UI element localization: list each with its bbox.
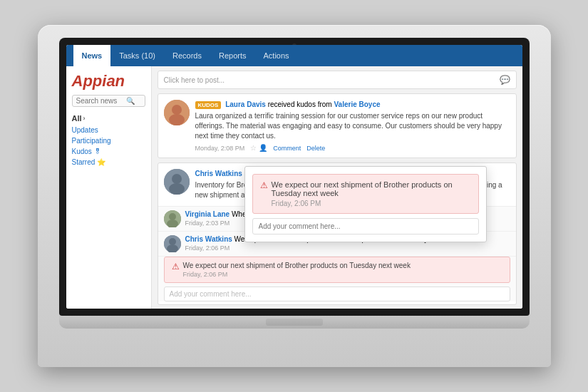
- author-name-chris: Chris Watkins: [195, 170, 242, 177]
- delete-action-kudos[interactable]: Delete: [306, 145, 325, 152]
- laptop-base: [59, 316, 530, 329]
- avatar-chris2: [164, 235, 181, 252]
- popup-error-icon: ⚠: [260, 180, 268, 190]
- popup-error-time: Friday, 2:06 PM: [272, 200, 471, 207]
- sidebar-item-starred[interactable]: Starred ⭐: [72, 158, 145, 166]
- search-input[interactable]: [76, 97, 126, 105]
- feed-content-kudos: KUDOS Laura Davis received kudos from Va…: [195, 100, 510, 152]
- kudos-badge: KUDOS: [195, 101, 222, 109]
- post-placeholder: Click here to post...: [164, 76, 225, 84]
- svg-point-10: [169, 238, 176, 245]
- tab-news[interactable]: News: [73, 45, 111, 66]
- appian-logo: Appian: [72, 73, 145, 89]
- author-name-valerie: Valerie Boyce: [334, 100, 380, 108]
- svg-point-4: [172, 174, 182, 184]
- error-icon: ⚠: [172, 262, 180, 272]
- search-box[interactable]: 🔍: [72, 95, 145, 107]
- feed-author-line-kudos: KUDOS Laura Davis received kudos from Va…: [195, 100, 510, 109]
- search-icon: 🔍: [126, 97, 135, 105]
- error-text-block: We expect our next shipment of Brother p…: [183, 262, 502, 278]
- received-text: received kudos from: [268, 100, 334, 108]
- app-container: News Tasks (10) Records Reports Actions …: [66, 45, 522, 309]
- tab-actions[interactable]: Actions: [255, 45, 298, 66]
- tab-reports[interactable]: Reports: [210, 45, 255, 66]
- svg-point-2: [169, 114, 185, 125]
- tab-tasks[interactable]: Tasks (10): [110, 45, 164, 66]
- comment-time-chris2: Friday, 2:06 PM: [185, 244, 510, 252]
- popup-error-text: We expect our next shipment of Brother p…: [272, 180, 453, 197]
- tab-records[interactable]: Records: [164, 45, 210, 66]
- popup-error-content: We expect our next shipment of Brother p…: [272, 180, 471, 207]
- comment-author-virginia: Virginia Lane: [185, 210, 230, 218]
- top-nav: News Tasks (10) Records Reports Actions: [66, 45, 522, 66]
- author-name-laura: Laura Davis: [225, 100, 266, 108]
- comment-action-kudos[interactable]: Comment: [273, 145, 301, 152]
- sidebar-item-participating[interactable]: Participating: [72, 137, 145, 145]
- screen-bezel: News Tasks (10) Records Reports Actions …: [59, 38, 530, 316]
- avatar-laura: [164, 100, 190, 125]
- laptop-shell: News Tasks (10) Records Reports Actions …: [38, 25, 551, 367]
- avatar-virginia: [164, 210, 181, 227]
- feed-item-kudos: KUDOS Laura Davis received kudos from Va…: [158, 93, 517, 158]
- sidebar-all[interactable]: All ›: [72, 114, 145, 123]
- sidebar-item-kudos[interactable]: Kudos 🎖: [72, 148, 145, 155]
- chevron-right-icon: ›: [83, 115, 86, 122]
- error-popup-overlay: ⚠ We expect our next shipment of Brother…: [244, 166, 487, 242]
- svg-point-7: [169, 213, 176, 220]
- comment-author-chris2: Chris Watkins: [185, 235, 232, 243]
- nav-tabs: News Tasks (10) Records Reports Actions: [73, 45, 298, 66]
- sidebar: Appian 🔍 All › Updates Participating Kud…: [66, 66, 152, 309]
- chat-icon: 💬: [500, 75, 510, 85]
- feed-item-header: KUDOS Laura Davis received kudos from Va…: [158, 94, 516, 158]
- feed-meta-kudos: Monday, 2:08 PM ☆ 👤 Comment Delete: [195, 144, 510, 152]
- popup-comment-input[interactable]: [252, 218, 479, 234]
- comment-input-inventory[interactable]: Add your comment here...: [164, 287, 510, 301]
- touchpad: [266, 319, 323, 326]
- avatar-chris: [164, 169, 190, 195]
- popup-error-block: ⚠ We expect our next shipment of Brother…: [252, 174, 479, 214]
- feed-text-kudos: Laura organized a terrific training sess…: [195, 111, 510, 141]
- svg-point-1: [172, 105, 182, 115]
- feed-area: Click here to post... 💬: [152, 66, 522, 309]
- error-time: Friday, 2:06 PM: [183, 271, 502, 278]
- main-area: Appian 🔍 All › Updates Participating Kud…: [66, 66, 522, 309]
- screen: News Tasks (10) Records Reports Actions …: [66, 45, 522, 309]
- feed-time-kudos: Monday, 2:08 PM: [195, 145, 245, 152]
- sidebar-item-updates[interactable]: Updates: [72, 126, 145, 134]
- error-text: We expect our next shipment of Brother p…: [183, 262, 411, 269]
- meta-icons-kudos: ☆ 👤: [250, 144, 267, 152]
- error-comment-inline: ⚠ We expect our next shipment of Brother…: [164, 257, 510, 283]
- svg-point-5: [169, 183, 185, 195]
- post-box[interactable]: Click here to post... 💬: [158, 71, 517, 89]
